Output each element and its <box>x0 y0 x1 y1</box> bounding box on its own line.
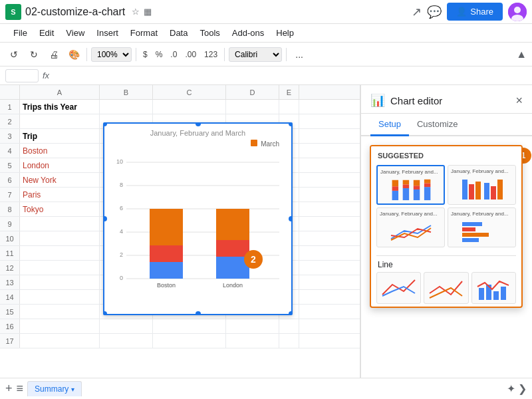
chart-handle-bl[interactable] <box>103 311 107 315</box>
formula-input[interactable] <box>53 71 527 80</box>
title-star-icon[interactable]: ☆ <box>132 7 140 17</box>
sep4 <box>286 48 287 61</box>
line-section: Line <box>371 253 521 307</box>
menu-data[interactable]: Data <box>164 27 193 39</box>
cell-C1[interactable] <box>153 100 226 114</box>
sheet-menu-button[interactable]: ≡ <box>17 382 24 396</box>
sep1 <box>86 48 87 61</box>
undo-button[interactable]: ↺ <box>5 46 23 63</box>
toolbar: ↺ ↻ 🖨 🎨 100% $ % .0 .00 123 Calibri ... … <box>0 43 532 66</box>
menu-format[interactable]: Format <box>125 27 163 39</box>
add-sheet-button[interactable]: + <box>5 382 13 396</box>
svg-rect-31 <box>424 187 430 200</box>
menu-tools[interactable]: Tools <box>194 27 225 39</box>
cell-A2[interactable] <box>20 114 100 128</box>
svg-text:4: 4 <box>120 228 123 235</box>
trend-icon[interactable]: ↗ <box>412 5 422 19</box>
currency-button[interactable]: $ <box>140 49 150 61</box>
avatar[interactable] <box>508 3 527 21</box>
decimal0-button[interactable]: .0 <box>168 49 180 61</box>
menu-edit[interactable]: Edit <box>34 27 59 39</box>
chart-thumb-3[interactable]: January, February and... <box>376 207 445 247</box>
svg-rect-23 <box>392 186 398 191</box>
sheets-logo: S <box>5 4 21 20</box>
chart-editor-panel: 📊 Chart editor × Setup Customize Chart t… <box>360 85 532 378</box>
cell-A10[interactable] <box>20 231 100 245</box>
menu-file[interactable]: File <box>8 27 33 39</box>
title-folder-icon[interactable]: ▦ <box>144 7 152 17</box>
tab-setup[interactable]: Setup <box>370 114 409 136</box>
col-header-E[interactable]: E <box>279 85 299 100</box>
chart-editor-tabs: Setup Customize <box>361 114 532 136</box>
line-section-label: Line <box>376 255 516 272</box>
line-thumb-2[interactable] <box>424 272 468 304</box>
cell-reference[interactable] <box>5 69 39 82</box>
menu-insert[interactable]: Insert <box>91 27 124 39</box>
explore-button[interactable]: ✦ <box>507 382 515 395</box>
chart-type-dropdown[interactable]: SUGGESTED January, February and... <box>370 145 523 308</box>
chart-thumb-1[interactable]: January, February and... <box>376 165 445 205</box>
number-format-button[interactable]: 123 <box>201 49 220 61</box>
svg-rect-27 <box>402 180 408 185</box>
zoom-select[interactable]: 100% <box>91 47 132 62</box>
cell-A7[interactable]: Paris <box>20 188 100 201</box>
comment-icon[interactable]: 💬 <box>427 5 442 19</box>
col-header-C[interactable]: C <box>153 85 226 100</box>
paint-format-button[interactable]: 🎨 <box>65 46 82 63</box>
svg-text:London: London <box>223 282 243 289</box>
collapse-button[interactable]: ▲ <box>516 49 527 61</box>
svg-text:6: 6 <box>120 205 123 211</box>
svg-rect-34 <box>462 180 467 200</box>
row-num-header <box>0 85 20 99</box>
share-button[interactable]: 👤 Share <box>447 3 503 21</box>
chart-badge-2: 2 <box>244 250 263 269</box>
chart-editor-close[interactable]: × <box>515 94 523 108</box>
tab-customize[interactable]: Customize <box>409 114 466 136</box>
cell-E1[interactable] <box>279 100 299 114</box>
svg-text:Boston: Boston <box>157 282 176 289</box>
col-header-D[interactable]: D <box>226 85 279 100</box>
chart-thumb-4[interactable]: January, February and... <box>448 207 516 247</box>
bar-boston-mar <box>150 209 183 245</box>
table-row: 16 <box>0 319 360 334</box>
cell-A9[interactable] <box>20 217 100 231</box>
chart-handle-bm[interactable] <box>196 311 201 315</box>
menu-view[interactable]: View <box>61 27 90 39</box>
cell-A6[interactable]: New York <box>20 173 100 187</box>
col-header-B[interactable]: B <box>100 85 153 100</box>
cell-B1[interactable] <box>100 100 153 114</box>
spreadsheet: A B C D E 1 Trips this Year 2 3 Trip Jan… <box>0 85 360 378</box>
svg-point-1 <box>514 7 521 13</box>
decimal00-button[interactable]: .00 <box>182 49 199 61</box>
suggested-label: SUGGESTED <box>371 146 521 162</box>
line-thumb-1[interactable] <box>376 272 421 304</box>
summary-sheet-tab[interactable]: Summary ▾ <box>27 381 82 396</box>
cell-D1[interactable] <box>226 100 279 114</box>
chart-container[interactable]: January, February and March March 2 10 8 <box>103 122 293 315</box>
cell-A4[interactable]: Boston <box>20 144 100 158</box>
chart-thumb-2[interactable]: January, February and... <box>448 165 516 205</box>
redo-button[interactable]: ↻ <box>25 46 43 63</box>
cell-A1[interactable]: Trips this Year <box>20 100 100 114</box>
cell-A8[interactable]: Tokyo <box>20 202 100 216</box>
chart-handle-br[interactable] <box>289 311 293 315</box>
col-header-A[interactable]: A <box>20 85 100 100</box>
sheet-tab-arrow[interactable]: ▾ <box>71 386 74 393</box>
table-row: 1 Trips this Year <box>0 100 360 114</box>
header-right: ↗ 💬 👤 Share <box>412 3 527 21</box>
menu-addons[interactable]: Add-ons <box>227 27 269 39</box>
percent-button[interactable]: % <box>153 49 166 61</box>
print-button[interactable]: 🖨 <box>45 46 63 63</box>
menu-help[interactable]: Help <box>271 27 299 39</box>
table-row: 17 <box>0 334 360 348</box>
line-thumb-3[interactable] <box>471 272 516 304</box>
cell-A5[interactable]: London <box>20 158 100 172</box>
cell-A3[interactable]: Trip <box>20 129 100 143</box>
font-select[interactable]: Calibri <box>229 47 282 62</box>
main-area: A B C D E 1 Trips this Year 2 3 Trip Jan… <box>0 85 532 378</box>
more-button[interactable]: ... <box>291 46 308 63</box>
chart-editor-title: Chart editor <box>390 95 510 106</box>
collapse-sheets-button[interactable]: ❯ <box>518 382 527 395</box>
document-title[interactable]: 02-customize-a-chart <box>25 6 125 18</box>
col-header-row: A B C D E <box>0 85 360 100</box>
